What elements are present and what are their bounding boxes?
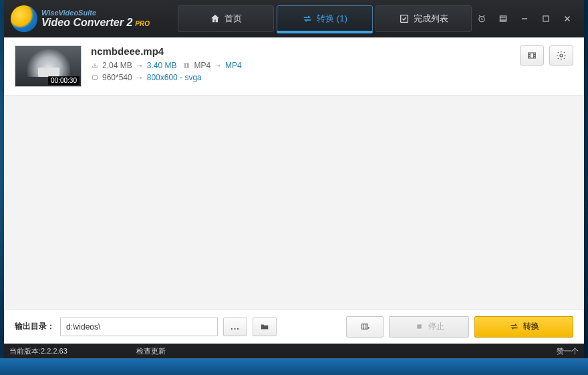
film-icon <box>527 50 537 61</box>
video-thumbnail: 00:00:30 <box>15 45 82 87</box>
svg-rect-8 <box>361 324 368 330</box>
convert-action-icon <box>509 322 519 332</box>
settings-button[interactable] <box>549 45 573 66</box>
edit-video-button[interactable] <box>520 45 544 66</box>
format-in-label: MP4 <box>194 61 210 70</box>
stop-icon <box>414 322 424 332</box>
tab-completed[interactable]: 完成列表 <box>376 5 472 32</box>
app-window: WiseVideoSuite Video Converter 2PRO 首页 转… <box>4 0 584 358</box>
taskbar <box>0 358 588 375</box>
duration-badge: 00:00:30 <box>48 76 80 85</box>
add-file-button[interactable] <box>346 316 384 338</box>
open-folder-button[interactable] <box>253 318 277 336</box>
stop-button[interactable]: 停止 <box>389 316 469 338</box>
maximize-button[interactable] <box>540 13 552 25</box>
gear-icon <box>556 50 567 61</box>
svg-point-7 <box>560 54 563 57</box>
output-dir-input[interactable] <box>60 318 218 336</box>
svg-rect-6 <box>529 53 536 58</box>
filesize-icon <box>91 62 99 69</box>
output-dir-label: 输出目录： <box>15 321 55 332</box>
file-name-label: ncmbdeee.mp4 <box>91 45 510 57</box>
tab-convert[interactable]: 转换 (1) <box>277 5 373 32</box>
arrow-icon: → <box>214 61 222 70</box>
alarm-icon[interactable] <box>476 13 488 25</box>
folder-icon <box>259 322 270 332</box>
checklist-icon <box>399 13 410 24</box>
app-logo-icon <box>11 5 37 32</box>
arrow-icon: → <box>136 61 144 70</box>
home-icon <box>210 13 220 24</box>
stop-button-label: 停止 <box>428 321 444 332</box>
arrow-icon: → <box>136 73 144 82</box>
app-suite-label: WiseVideoSuite <box>41 9 150 17</box>
svg-rect-9 <box>417 324 421 328</box>
tab-completed-label: 完成列表 <box>414 13 448 25</box>
tab-home[interactable]: 首页 <box>178 5 274 32</box>
tab-convert-label: 转换 (1) <box>317 13 347 25</box>
close-button[interactable] <box>561 13 573 25</box>
svg-rect-5 <box>92 76 98 80</box>
add-file-icon <box>360 322 370 332</box>
resolution-icon <box>91 74 99 81</box>
minimize-button[interactable] <box>519 13 531 25</box>
status-bar: 当前版本:2.2.2.63 检查更新 赞一个 <box>4 344 584 358</box>
svg-rect-0 <box>401 15 408 22</box>
file-list: 00:00:30 ncmbdeee.mp4 2.04 MB → 3.40 MB … <box>4 37 584 309</box>
logo-area: WiseVideoSuite Video Converter 2PRO <box>11 5 176 32</box>
svg-rect-4 <box>184 64 189 68</box>
convert-button-label: 转换 <box>523 321 539 332</box>
format-icon <box>182 62 190 69</box>
tab-home-label: 首页 <box>225 13 242 25</box>
menu-icon[interactable] <box>497 13 509 25</box>
browse-button[interactable]: ... <box>223 318 247 336</box>
like-link[interactable]: 赞一个 <box>557 346 579 356</box>
res-out-label[interactable]: 800x600 - svga <box>147 73 202 82</box>
convert-button[interactable]: 转换 <box>474 316 573 338</box>
bottom-toolbar: 输出目录： ... 停止 转换 <box>4 309 584 344</box>
list-item[interactable]: 00:00:30 ncmbdeee.mp4 2.04 MB → 3.40 MB … <box>4 37 584 96</box>
size-out-label[interactable]: 3.40 MB <box>147 61 177 70</box>
convert-icon <box>302 13 313 24</box>
svg-rect-3 <box>543 15 549 21</box>
format-out-label[interactable]: MP4 <box>225 61 242 70</box>
version-label: 当前版本:2.2.2.63 <box>9 346 136 356</box>
title-bar: WiseVideoSuite Video Converter 2PRO 首页 转… <box>4 0 584 37</box>
app-name-label: Video Converter 2PRO <box>41 17 150 29</box>
check-update-link[interactable]: 检查更新 <box>136 346 166 356</box>
size-in-label: 2.04 MB <box>102 61 132 70</box>
res-in-label: 960*540 <box>102 73 132 82</box>
